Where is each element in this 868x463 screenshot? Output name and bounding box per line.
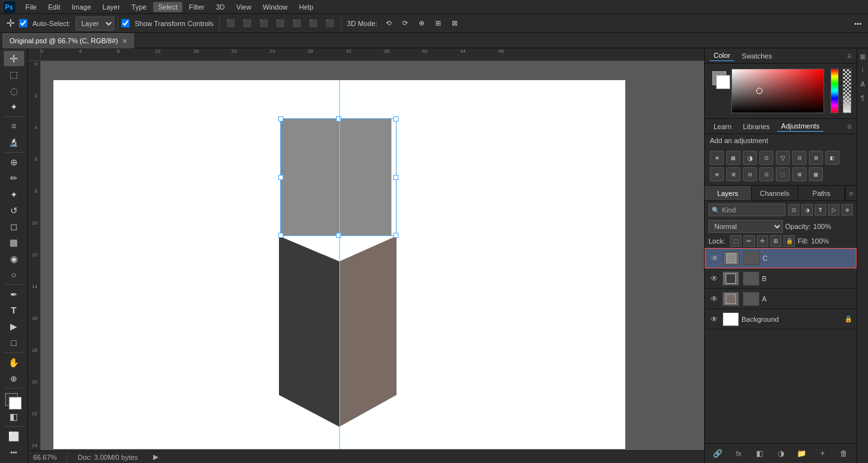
blur-tool[interactable]: ◉ [4, 251, 24, 266]
canvas-area[interactable]: 0 4 8 12 16 20 24 28 32 36 40 44 48 0 2 … [28, 48, 704, 463]
libraries-tab[interactable]: Libraries [739, 121, 773, 132]
path-selection-tool[interactable]: ▶ [4, 319, 24, 334]
layer-c-visibility[interactable]: 👁 [709, 252, 721, 264]
adjustments-tab[interactable]: Adjustments [777, 121, 824, 132]
menu-view[interactable]: View [231, 2, 257, 12]
paths-tab[interactable]: Paths [798, 186, 845, 200]
swatches-tab[interactable]: Swatches [738, 51, 776, 61]
adj-brightness[interactable]: ☀ [710, 151, 724, 165]
align-center-v-btn[interactable]: ⬛ [289, 16, 304, 31]
new-layer-btn[interactable]: + [816, 446, 830, 460]
layer-a-item[interactable]: 👁 A [705, 289, 857, 309]
eraser-tool[interactable]: ◻ [4, 219, 24, 234]
channels-tab[interactable]: Channels [752, 186, 799, 200]
color-gradient-picker[interactable] [731, 69, 824, 113]
3d-btn4[interactable]: ⊞ [431, 16, 446, 31]
auto-select-checkbox[interactable] [19, 19, 27, 27]
dodge-tool[interactable]: ○ [4, 267, 24, 282]
lasso-tool[interactable]: ◌ [4, 83, 24, 98]
fill-value[interactable]: 100% [811, 237, 829, 245]
3d-btn3[interactable]: ⊕ [414, 16, 430, 31]
filter-adj[interactable]: ◑ [801, 204, 813, 216]
adj-invert[interactable]: ⊡ [759, 167, 773, 181]
layers-tab[interactable]: Layers [705, 186, 752, 200]
color-tab[interactable]: Color [710, 50, 734, 61]
menu-edit[interactable]: Edit [43, 2, 65, 12]
link-layers-btn[interactable]: 🔗 [711, 446, 725, 460]
add-mask-btn[interactable]: ◧ [753, 446, 767, 460]
add-style-btn[interactable]: fx [732, 446, 746, 460]
zoom-tool[interactable]: ⊕ [4, 371, 24, 386]
magic-wand-tool[interactable]: ✦ [4, 99, 24, 114]
crop-tool[interactable]: ⌗ [4, 119, 24, 134]
menu-image[interactable]: Image [67, 2, 97, 12]
layer-a-visibility[interactable]: 👁 [709, 293, 720, 305]
lock-transparent[interactable]: ⬚ [730, 235, 742, 247]
align-left-btn[interactable]: ⬛ [223, 16, 238, 31]
shape-c-rect[interactable] [280, 118, 391, 236]
pen-tool[interactable]: ✒ [4, 287, 24, 302]
3d-btn1[interactable]: ⟲ [381, 16, 397, 31]
filter-pixel[interactable]: ⊡ [788, 204, 799, 216]
new-adjustment-btn[interactable]: ◑ [774, 446, 788, 460]
filter-type[interactable]: T [815, 204, 826, 216]
canvas[interactable] [53, 80, 625, 449]
adj-color-lookup[interactable]: ⊟ [743, 167, 757, 181]
align-top-btn[interactable]: ⬛ [273, 16, 288, 31]
adj-photo-filter[interactable]: ⊕ [710, 167, 724, 181]
menu-3d[interactable]: 3D [211, 2, 230, 12]
filter-shape[interactable]: ▷ [828, 204, 839, 216]
gradient-tool[interactable]: ▦ [4, 235, 24, 250]
shape-a-polygon[interactable] [339, 236, 397, 427]
learn-tab[interactable]: Learn [710, 121, 735, 132]
lock-artboard[interactable]: ⊞ [770, 235, 782, 247]
adj-color-balance[interactable]: ⊠ [809, 151, 823, 165]
layer-bg-visibility[interactable]: 👁 [709, 314, 720, 325]
menu-type[interactable]: Type [126, 2, 152, 12]
panel-icon-paragraph[interactable]: ¶ [858, 93, 868, 103]
move-tool-btn[interactable]: ✛ [3, 16, 18, 31]
panel-icon-info[interactable]: i [858, 65, 868, 75]
menu-layer[interactable]: Layer [97, 2, 125, 12]
align-right-btn[interactable]: ⬛ [256, 16, 271, 31]
blend-mode-select[interactable]: Normal Multiply Screen [709, 220, 783, 233]
screen-mode-btn[interactable]: ⬜ [4, 429, 24, 444]
document-tab[interactable]: Original.psd @ 66.7% (C, RGB/8#) ✕ [3, 33, 134, 48]
menu-help[interactable]: Help [294, 2, 319, 12]
3d-btn2[interactable]: ⟳ [398, 16, 413, 31]
adj-exposure[interactable]: ⊡ [759, 151, 773, 165]
text-tool[interactable]: T [4, 303, 24, 318]
eyedropper-tool[interactable]: 🔬 [4, 135, 24, 150]
filter-smart[interactable]: ⊕ [841, 204, 853, 216]
opacity-slider[interactable] [843, 69, 851, 113]
guide-vertical[interactable] [339, 80, 340, 449]
adj-vibrance[interactable]: ▽ [776, 151, 790, 165]
hue-slider[interactable] [831, 69, 839, 113]
menu-file[interactable]: File [20, 2, 42, 12]
distribute-btn[interactable]: ⬛ [322, 16, 337, 31]
brush-tool[interactable]: ✏ [4, 170, 24, 186]
color-picker-dot[interactable] [756, 88, 763, 94]
align-center-h-btn[interactable]: ⬛ [240, 16, 255, 31]
panel-icon-histogram[interactable]: ▦ [858, 51, 868, 61]
more-options-btn[interactable]: ••• [850, 16, 865, 31]
menu-select[interactable]: Select [153, 2, 183, 12]
adj-gradient-map[interactable]: ▦ [809, 167, 823, 181]
menu-window[interactable]: Window [257, 2, 292, 12]
3d-btn5[interactable]: ⊠ [447, 16, 463, 31]
adj-posterize[interactable]: ⬚ [776, 167, 790, 181]
spot-healing-tool[interactable]: ⊕ [4, 155, 24, 170]
adj-channel-mixer[interactable]: ⊞ [726, 167, 740, 181]
layer-b-item[interactable]: 👁 B [705, 268, 857, 289]
delete-layer-btn[interactable]: 🗑 [837, 446, 851, 460]
adj-hsl[interactable]: ⊟ [792, 151, 806, 165]
lock-position[interactable]: ✛ [757, 235, 768, 247]
hand-tool[interactable]: ✋ [4, 355, 24, 370]
adj-levels[interactable]: ▦ [726, 151, 740, 165]
adj-panel-menu[interactable]: ≡ [847, 122, 851, 131]
doc-info-expand[interactable]: ▶ [151, 452, 161, 462]
foreground-color[interactable] [4, 392, 24, 407]
layer-c-item[interactable]: → 👁 C [705, 248, 857, 268]
color-panel-menu[interactable]: ≡ [847, 52, 851, 60]
history-brush-tool[interactable]: ↺ [4, 203, 24, 218]
